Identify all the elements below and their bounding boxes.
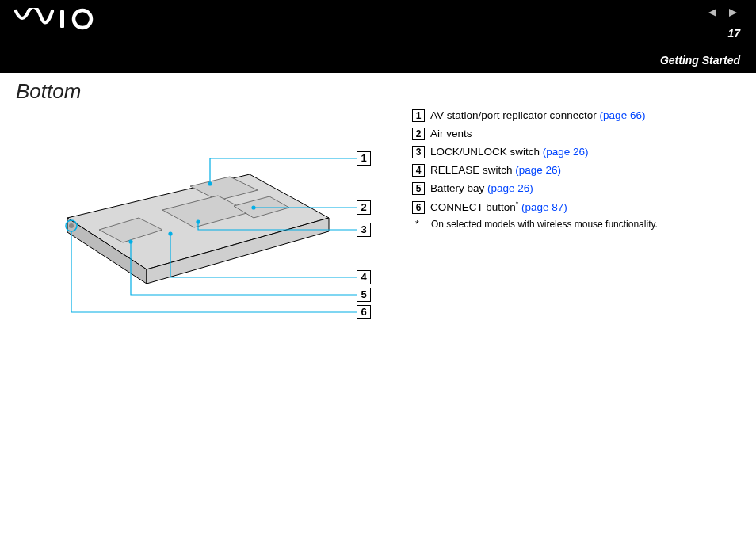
legend-text: CONNECT button: [430, 201, 516, 213]
nav-arrows: [705, 6, 740, 21]
legend-num: 4: [412, 164, 425, 177]
header-bar: 17 Getting Started: [0, 0, 756, 73]
legend-item-2: 2 Air vents: [412, 128, 658, 140]
svg-point-1: [74, 10, 91, 28]
legend-text: Air vents: [430, 128, 472, 139]
page-link[interactable]: (page 26): [515, 164, 561, 176]
section-label: Getting Started: [660, 54, 740, 67]
footnote: *On selected models with wireless mouse …: [415, 219, 658, 229]
page-link[interactable]: (page 26): [487, 182, 533, 194]
legend-text: LOCK/UNLOCK switch: [430, 146, 543, 158]
vaio-logo: [14, 8, 101, 33]
legend-num: 1: [412, 109, 425, 122]
svg-point-16: [169, 232, 172, 235]
laptop-bottom-diagram: 1 2 3 4 5 6: [44, 111, 376, 349]
svg-point-14: [252, 206, 255, 209]
legend-num: 6: [412, 201, 425, 214]
callout-4: 4: [357, 270, 371, 284]
legend-item-4: 4 RELEASE switch (page 26): [412, 164, 658, 177]
callout-2: 2: [357, 200, 371, 215]
legend-text: AV station/port replicator connector: [430, 109, 600, 121]
legend-item-5: 5 Battery bay (page 26): [412, 182, 658, 195]
page-title: Bottom: [16, 79, 81, 104]
legend-item-6: 6 CONNECT button* (page 87): [412, 200, 658, 214]
page-link[interactable]: (page 26): [543, 146, 589, 158]
callout-3: 3: [357, 223, 371, 237]
legend-text: RELEASE switch: [430, 164, 515, 176]
footnote-mark: *: [415, 219, 431, 229]
svg-marker-3: [729, 9, 737, 17]
svg-marker-2: [708, 9, 716, 17]
next-page-icon[interactable]: [726, 6, 739, 21]
page-link[interactable]: (page 87): [521, 201, 567, 213]
svg-point-13: [208, 182, 212, 185]
svg-point-15: [197, 220, 200, 223]
legend-text: Battery bay: [430, 182, 487, 194]
callout-1: 1: [357, 151, 371, 166]
page-link[interactable]: (page 66): [600, 109, 646, 121]
footnote-text: On selected models with wireless mouse f…: [431, 219, 658, 230]
svg-rect-0: [60, 10, 64, 28]
callout-5: 5: [357, 288, 371, 302]
page-number: 17: [727, 27, 740, 40]
callout-6: 6: [357, 305, 371, 319]
legend-num: 2: [412, 128, 425, 140]
prev-page-icon[interactable]: [707, 6, 720, 21]
legend-num: 5: [412, 182, 425, 195]
legend-list: 1 AV station/port replicator connector (…: [412, 109, 658, 229]
svg-point-17: [129, 240, 132, 243]
svg-point-12: [69, 223, 74, 228]
legend-num: 3: [412, 146, 425, 158]
legend-item-1: 1 AV station/port replicator connector (…: [412, 109, 658, 122]
legend-item-3: 3 LOCK/UNLOCK switch (page 26): [412, 146, 658, 158]
